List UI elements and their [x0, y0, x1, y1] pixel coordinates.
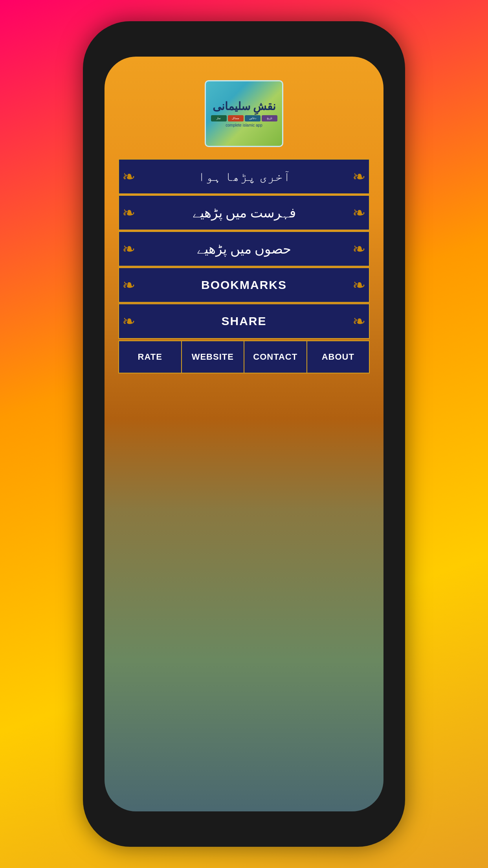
- bottom-button-row: RATE WEBSITE CONTACT ABOUT: [118, 340, 370, 373]
- menu-item-last-read[interactable]: ❧ آخری پڑھا ہوا ❧: [118, 159, 370, 194]
- contact-button[interactable]: CONTACT: [244, 341, 307, 373]
- about-label: ABOUT: [322, 352, 354, 362]
- menu-item-read-section[interactable]: ❧ حصوں میں پڑھیے ❧: [118, 231, 370, 267]
- ornament-left-5: ❧: [122, 313, 136, 329]
- phone-frame: نقشِ سلیمانی نماز مسائل دعائیں تاریخ com…: [83, 21, 405, 847]
- menu-label-share: SHARE: [221, 314, 266, 328]
- menu-item-read-list[interactable]: ❧ فہرست میں پڑھیے ❧: [118, 195, 370, 230]
- main-menu: ❧ آخری پڑھا ہوا ❧ ❧ فہرست میں پڑھیے ❧ ❧ …: [118, 159, 370, 373]
- website-label: WEBSITE: [192, 352, 234, 362]
- menu-item-bookmarks[interactable]: ❧ BOOKMARKS ❧: [118, 267, 370, 303]
- ornament-right-2: ❧: [352, 205, 366, 221]
- ornament-right-5: ❧: [352, 313, 366, 329]
- ornament-right-1: ❧: [352, 169, 366, 184]
- ornament-left-2: ❧: [122, 205, 136, 221]
- about-button[interactable]: ABOUT: [307, 341, 369, 373]
- ornament-left-4: ❧: [122, 277, 136, 293]
- menu-label-read-list: فہرست میں پڑھیے: [193, 205, 296, 221]
- ornament-right-4: ❧: [352, 277, 366, 293]
- logo-title: نقشِ سلیمانی: [213, 100, 276, 113]
- website-button[interactable]: WEBSITE: [182, 341, 245, 373]
- menu-label-read-section: حصوں میں پڑھیے: [197, 241, 291, 257]
- rate-label: RATE: [138, 352, 162, 362]
- logo-subtitle: complete islamic app: [226, 123, 262, 127]
- ornament-left-1: ❧: [122, 169, 136, 184]
- ornament-left-3: ❧: [122, 241, 136, 257]
- ornament-right-3: ❧: [352, 241, 366, 257]
- contact-label: CONTACT: [253, 352, 297, 362]
- rate-button[interactable]: RATE: [119, 341, 182, 373]
- menu-item-share[interactable]: ❧ SHARE ❧: [118, 303, 370, 339]
- app-logo: نقشِ سلیمانی نماز مسائل دعائیں تاریخ com…: [205, 80, 283, 147]
- menu-label-last-read: آخری پڑھا ہوا: [198, 169, 291, 184]
- menu-label-bookmarks: BOOKMARKS: [201, 278, 287, 292]
- phone-screen: نقشِ سلیمانی نماز مسائل دعائیں تاریخ com…: [105, 57, 383, 811]
